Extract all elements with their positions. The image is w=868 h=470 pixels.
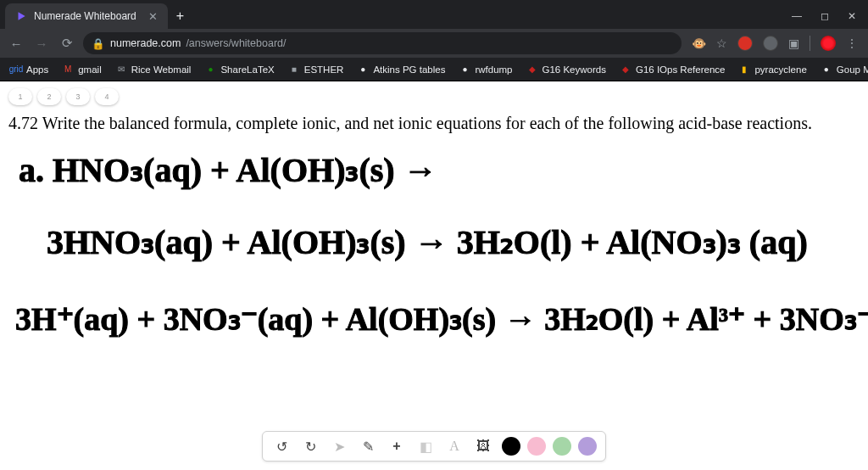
bookmark-icon: ▮: [738, 64, 750, 76]
bookmark-item[interactable]: ●Atkins PG tables: [352, 61, 450, 78]
bookmark-icon: ●: [357, 64, 369, 76]
undo-button[interactable]: ↺: [271, 436, 292, 456]
problem-text: 4.72 Write the balanced formula, complet…: [0, 112, 868, 135]
bookmark-icon: ●: [204, 64, 216, 76]
bookmark-label: G16 Keywords: [542, 64, 606, 75]
bookmark-icon: M: [62, 64, 74, 76]
bookmark-item[interactable]: ■ESTHER: [283, 61, 349, 78]
title-bar: Numerade Whiteboard ✕ + — ◻ ✕: [0, 0, 868, 29]
secondary-avatar-icon[interactable]: [763, 36, 778, 51]
color-swatch[interactable]: [553, 437, 571, 456]
text-tool-button[interactable]: A: [444, 436, 465, 456]
browser-chrome: Numerade Whiteboard ✕ + — ◻ ✕ ← → ⟳ 🔒 nu…: [0, 0, 868, 81]
bookmark-icon: ◆: [620, 64, 632, 76]
url-input[interactable]: 🔒 numerade.com/answers/whiteboard/: [83, 32, 682, 54]
bookmark-label: ESTHER: [304, 64, 344, 75]
close-window-icon[interactable]: ✕: [848, 10, 856, 22]
page-pill[interactable]: 2: [37, 88, 61, 105]
maximize-icon[interactable]: ◻: [821, 10, 829, 22]
eraser-tool-button[interactable]: ◧: [415, 436, 436, 456]
bookmark-label: Atkins PG tables: [373, 64, 445, 75]
color-swatch[interactable]: [527, 437, 546, 456]
bookmark-item[interactable]: ◆G16 Keywords: [521, 61, 611, 78]
bookmark-label: Rice Webmail: [131, 64, 192, 75]
color-swatches: [502, 437, 597, 456]
lock-icon: 🔒: [92, 37, 105, 50]
bookmark-item[interactable]: gridApps: [5, 61, 53, 78]
bookmark-item[interactable]: ●ShareLaTeX: [199, 61, 279, 78]
whiteboard-canvas[interactable]: a. HNO₃(aq) + Al(OH)₃(s) → 3HNO₃(aq) + A…: [0, 135, 868, 389]
bookmark-icon: ✉: [115, 64, 127, 76]
url-domain: numerade.com: [110, 37, 181, 49]
redo-button[interactable]: ↻: [300, 436, 320, 456]
bookmark-label: Goup Meetings: [837, 64, 868, 75]
star-icon[interactable]: ☆: [716, 36, 727, 50]
bookmark-item[interactable]: ●rwfdump: [453, 61, 517, 78]
reload-icon[interactable]: ⟳: [58, 36, 76, 51]
divider: [810, 36, 810, 51]
forward-icon[interactable]: →: [32, 36, 51, 51]
bookmark-item[interactable]: ▮pyracyclene: [733, 61, 811, 78]
bookmark-label: gmail: [78, 64, 101, 75]
bookmark-item[interactable]: ◆G16 IOps Reference: [615, 61, 730, 78]
url-path: /answers/whiteboard/: [186, 37, 286, 49]
profile-avatar-icon[interactable]: [737, 36, 753, 51]
page-pill[interactable]: 1: [8, 88, 32, 105]
color-swatch[interactable]: [578, 437, 597, 456]
bookmark-label: pyracyclene: [754, 64, 806, 75]
hand-line-1: a. HNO₃(aq) + Al(OH)₃(s) →: [19, 151, 437, 189]
bookmark-label: rwfdump: [475, 64, 512, 75]
bookmark-label: G16 IOps Reference: [636, 64, 725, 75]
bookmark-label: Apps: [26, 64, 48, 75]
bookmark-icon: ●: [821, 64, 832, 76]
new-tab-button[interactable]: +: [168, 3, 192, 29]
favicon-icon: [15, 10, 27, 22]
pointer-tool-button[interactable]: ➤: [329, 436, 349, 456]
address-right-icons: 🐵 ☆ ▣ ⋮: [688, 36, 861, 51]
close-tab-icon[interactable]: ✕: [143, 10, 158, 23]
hand-line-2: 3HNO₃(aq) + Al(OH)₃(s) → 3H₂O(l) + Al(NO…: [47, 223, 808, 261]
bookmark-icon: grid: [10, 64, 22, 76]
brand-icon[interactable]: [821, 36, 836, 51]
handwriting-svg: a. HNO₃(aq) + Al(OH)₃(s) → 3HNO₃(aq) + A…: [0, 135, 868, 389]
add-button[interactable]: +: [387, 436, 407, 456]
pen-tool-button[interactable]: ✎: [358, 436, 378, 456]
bookmark-item[interactable]: Mgmail: [57, 61, 106, 78]
tab-title: Numerade Whiteboard: [34, 10, 136, 22]
color-swatch[interactable]: [502, 437, 520, 456]
hand-line-3: 3H⁺(aq) + 3NO₃⁻(aq) + Al(OH)₃(s) → 3H₂O(…: [15, 301, 868, 338]
bookmark-label: ShareLaTeX: [220, 64, 274, 75]
browser-tab[interactable]: Numerade Whiteboard ✕: [5, 3, 168, 29]
whiteboard-toolbar: ↺ ↻ ➤ ✎ + ◧ A 🖼: [262, 431, 606, 462]
address-bar: ← → ⟳ 🔒 numerade.com/answers/whiteboard/…: [0, 29, 868, 58]
bookmark-item[interactable]: ●Goup Meetings: [815, 61, 868, 78]
menu-icon[interactable]: ⋮: [846, 36, 858, 50]
window-controls: — ◻ ✕: [780, 3, 868, 29]
page-content: 1234 4.72 Write the balanced formula, co…: [0, 81, 868, 389]
bookmark-icon: ■: [288, 64, 300, 76]
extension-icon[interactable]: 🐵: [692, 36, 706, 50]
svg-marker-0: [19, 12, 25, 20]
cast-icon[interactable]: ▣: [788, 36, 799, 50]
whiteboard-toolbar-wrap: ↺ ↻ ➤ ✎ + ◧ A 🖼: [262, 431, 606, 462]
bookmarks-bar: gridAppsMgmail✉Rice Webmail●ShareLaTeX■E…: [0, 58, 868, 81]
image-tool-button[interactable]: 🖼: [473, 436, 493, 456]
page-pill[interactable]: 4: [95, 88, 119, 105]
page-pill[interactable]: 3: [66, 88, 90, 105]
bookmark-icon: ●: [459, 64, 470, 76]
bookmark-item[interactable]: ✉Rice Webmail: [110, 61, 197, 78]
bookmark-icon: ◆: [526, 64, 538, 76]
minimize-icon[interactable]: —: [792, 10, 802, 22]
back-icon[interactable]: ←: [7, 36, 25, 51]
page-pills-row: 1234: [0, 81, 868, 112]
